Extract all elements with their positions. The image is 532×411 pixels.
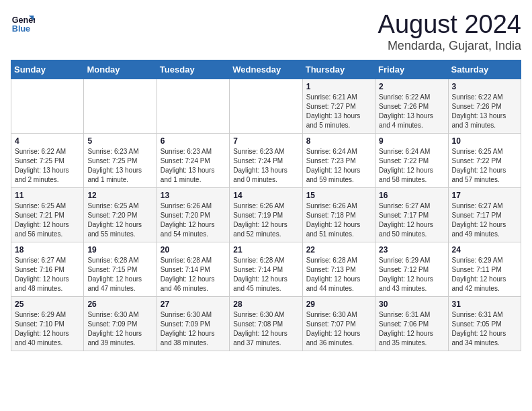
calendar-cell: 21Sunrise: 6:28 AM Sunset: 7:14 PM Dayli… — [230, 242, 302, 296]
day-number: 31 — [452, 300, 517, 309]
day-info: Sunrise: 6:23 AM Sunset: 7:25 PM Dayligh… — [87, 147, 152, 185]
day-info: Sunrise: 6:28 AM Sunset: 7:15 PM Dayligh… — [87, 256, 152, 293]
day-number: 26 — [87, 300, 152, 309]
calendar-header: SundayMondayTuesdayWednesdayThursdayFrid… — [11, 60, 521, 79]
weekday-header-friday: Friday — [375, 60, 448, 79]
day-info: Sunrise: 6:26 AM Sunset: 7:18 PM Dayligh… — [306, 201, 371, 239]
day-number: 7 — [233, 136, 298, 146]
calendar-table: SundayMondayTuesdayWednesdayThursdayFrid… — [11, 60, 521, 351]
calendar-cell: 24Sunrise: 6:29 AM Sunset: 7:11 PM Dayli… — [448, 242, 521, 296]
day-number: 18 — [15, 245, 80, 255]
day-number: 20 — [161, 245, 226, 255]
calendar-week-3: 11Sunrise: 6:25 AM Sunset: 7:21 PM Dayli… — [11, 187, 521, 242]
calendar-cell: 2Sunrise: 6:22 AM Sunset: 7:26 PM Daylig… — [375, 79, 448, 133]
calendar-cell: 23Sunrise: 6:29 AM Sunset: 7:12 PM Dayli… — [375, 242, 448, 296]
day-number: 6 — [161, 136, 226, 146]
day-number: 30 — [379, 300, 444, 309]
day-info: Sunrise: 6:22 AM Sunset: 7:26 PM Dayligh… — [452, 93, 517, 130]
weekday-header-saturday: Saturday — [448, 60, 521, 79]
day-info: Sunrise: 6:29 AM Sunset: 7:11 PM Dayligh… — [452, 256, 517, 293]
day-info: Sunrise: 6:31 AM Sunset: 7:05 PM Dayligh… — [452, 310, 517, 348]
day-number: 19 — [87, 245, 152, 255]
calendar-week-4: 18Sunrise: 6:27 AM Sunset: 7:16 PM Dayli… — [11, 242, 521, 296]
calendar-cell — [11, 79, 84, 133]
weekday-header-monday: Monday — [84, 60, 157, 79]
day-info: Sunrise: 6:28 AM Sunset: 7:13 PM Dayligh… — [306, 256, 371, 293]
calendar-cell: 10Sunrise: 6:25 AM Sunset: 7:22 PM Dayli… — [448, 133, 521, 187]
svg-text:Blue: Blue — [12, 24, 30, 34]
day-info: Sunrise: 6:26 AM Sunset: 7:20 PM Dayligh… — [161, 201, 226, 239]
day-number: 29 — [306, 300, 371, 309]
day-info: Sunrise: 6:28 AM Sunset: 7:14 PM Dayligh… — [161, 256, 226, 293]
day-number: 17 — [452, 191, 517, 200]
calendar-cell — [157, 79, 229, 133]
logo-icon: General Blue — [11, 11, 35, 35]
day-info: Sunrise: 6:25 AM Sunset: 7:21 PM Dayligh… — [15, 201, 80, 239]
calendar-cell: 29Sunrise: 6:30 AM Sunset: 7:07 PM Dayli… — [302, 296, 375, 351]
calendar-cell: 14Sunrise: 6:26 AM Sunset: 7:19 PM Dayli… — [230, 187, 302, 242]
title-block: August 2024 Mendarda, Gujarat, India — [378, 11, 521, 53]
calendar-cell: 7Sunrise: 6:23 AM Sunset: 7:24 PM Daylig… — [230, 133, 302, 187]
weekday-header-sunday: Sunday — [11, 60, 84, 79]
calendar-cell: 18Sunrise: 6:27 AM Sunset: 7:16 PM Dayli… — [11, 242, 84, 296]
day-info: Sunrise: 6:30 AM Sunset: 7:08 PM Dayligh… — [233, 310, 298, 348]
day-number: 25 — [15, 300, 80, 309]
day-number: 13 — [161, 191, 226, 200]
day-info: Sunrise: 6:29 AM Sunset: 7:12 PM Dayligh… — [379, 256, 444, 293]
calendar-cell: 30Sunrise: 6:31 AM Sunset: 7:06 PM Dayli… — [375, 296, 448, 351]
day-number: 1 — [306, 82, 371, 91]
calendar-cell: 13Sunrise: 6:26 AM Sunset: 7:20 PM Dayli… — [157, 187, 229, 242]
day-number: 11 — [15, 191, 80, 200]
day-number: 5 — [87, 136, 152, 146]
page-header: General Blue August 2024 Mendarda, Gujar… — [11, 11, 521, 53]
day-info: Sunrise: 6:26 AM Sunset: 7:19 PM Dayligh… — [233, 201, 298, 239]
day-number: 16 — [379, 191, 444, 200]
day-info: Sunrise: 6:30 AM Sunset: 7:07 PM Dayligh… — [306, 310, 371, 348]
calendar-cell: 3Sunrise: 6:22 AM Sunset: 7:26 PM Daylig… — [448, 79, 521, 133]
day-number: 9 — [379, 136, 444, 146]
calendar-week-1: 1Sunrise: 6:21 AM Sunset: 7:27 PM Daylig… — [11, 79, 521, 133]
calendar-cell: 4Sunrise: 6:22 AM Sunset: 7:25 PM Daylig… — [11, 133, 84, 187]
day-info: Sunrise: 6:21 AM Sunset: 7:27 PM Dayligh… — [306, 93, 371, 130]
day-info: Sunrise: 6:23 AM Sunset: 7:24 PM Dayligh… — [233, 147, 298, 185]
calendar-subtitle: Mendarda, Gujarat, India — [378, 39, 521, 53]
day-number: 24 — [452, 245, 517, 255]
day-info: Sunrise: 6:29 AM Sunset: 7:10 PM Dayligh… — [15, 310, 80, 348]
calendar-cell: 1Sunrise: 6:21 AM Sunset: 7:27 PM Daylig… — [302, 79, 375, 133]
day-number: 23 — [379, 245, 444, 255]
calendar-week-2: 4Sunrise: 6:22 AM Sunset: 7:25 PM Daylig… — [11, 133, 521, 187]
weekday-header-thursday: Thursday — [302, 60, 375, 79]
calendar-cell: 8Sunrise: 6:24 AM Sunset: 7:23 PM Daylig… — [302, 133, 375, 187]
calendar-cell: 16Sunrise: 6:27 AM Sunset: 7:17 PM Dayli… — [375, 187, 448, 242]
logo: General Blue — [11, 11, 35, 35]
calendar-cell: 15Sunrise: 6:26 AM Sunset: 7:18 PM Dayli… — [302, 187, 375, 242]
calendar-cell: 12Sunrise: 6:25 AM Sunset: 7:20 PM Dayli… — [84, 187, 157, 242]
weekday-header-tuesday: Tuesday — [157, 60, 229, 79]
day-number: 28 — [233, 300, 298, 309]
day-info: Sunrise: 6:23 AM Sunset: 7:24 PM Dayligh… — [161, 147, 226, 185]
day-number: 27 — [161, 300, 226, 309]
day-info: Sunrise: 6:22 AM Sunset: 7:25 PM Dayligh… — [15, 147, 80, 185]
day-number: 10 — [452, 136, 517, 146]
day-number: 12 — [87, 191, 152, 200]
day-info: Sunrise: 6:24 AM Sunset: 7:22 PM Dayligh… — [379, 147, 444, 185]
day-info: Sunrise: 6:30 AM Sunset: 7:09 PM Dayligh… — [87, 310, 152, 348]
day-info: Sunrise: 6:28 AM Sunset: 7:14 PM Dayligh… — [233, 256, 298, 293]
calendar-cell — [84, 79, 157, 133]
calendar-cell: 25Sunrise: 6:29 AM Sunset: 7:10 PM Dayli… — [11, 296, 84, 351]
day-info: Sunrise: 6:27 AM Sunset: 7:16 PM Dayligh… — [15, 256, 80, 293]
calendar-cell: 20Sunrise: 6:28 AM Sunset: 7:14 PM Dayli… — [157, 242, 229, 296]
calendar-cell: 26Sunrise: 6:30 AM Sunset: 7:09 PM Dayli… — [84, 296, 157, 351]
calendar-cell — [230, 79, 302, 133]
day-number: 22 — [306, 245, 371, 255]
day-number: 21 — [233, 245, 298, 255]
calendar-cell: 28Sunrise: 6:30 AM Sunset: 7:08 PM Dayli… — [230, 296, 302, 351]
day-info: Sunrise: 6:22 AM Sunset: 7:26 PM Dayligh… — [379, 93, 444, 130]
calendar-cell: 17Sunrise: 6:27 AM Sunset: 7:17 PM Dayli… — [448, 187, 521, 242]
day-info: Sunrise: 6:25 AM Sunset: 7:20 PM Dayligh… — [87, 201, 152, 239]
calendar-cell: 27Sunrise: 6:30 AM Sunset: 7:09 PM Dayli… — [157, 296, 229, 351]
day-info: Sunrise: 6:25 AM Sunset: 7:22 PM Dayligh… — [452, 147, 517, 185]
calendar-cell: 9Sunrise: 6:24 AM Sunset: 7:22 PM Daylig… — [375, 133, 448, 187]
day-info: Sunrise: 6:27 AM Sunset: 7:17 PM Dayligh… — [452, 201, 517, 239]
calendar-title: August 2024 — [378, 11, 521, 39]
